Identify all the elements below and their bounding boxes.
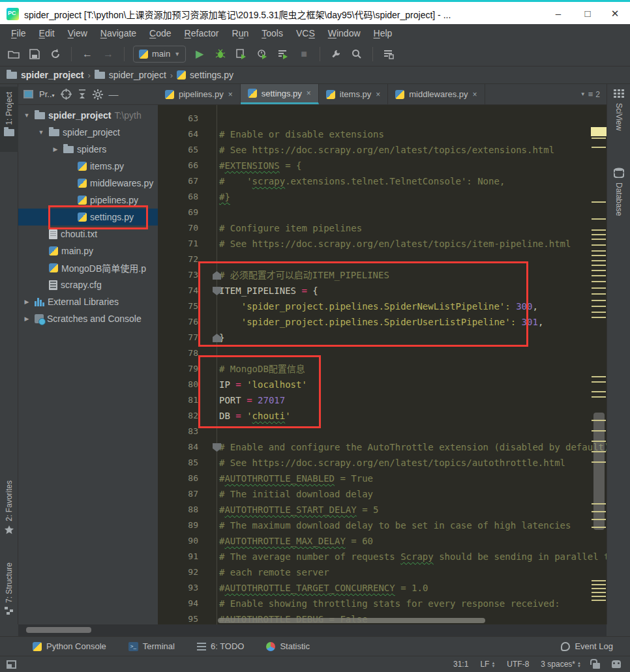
run-with-coverage-button[interactable]: [234, 47, 248, 61]
panel-horizontal-scrollbar[interactable]: [26, 627, 91, 633]
run-button[interactable]: ▶: [192, 47, 207, 61]
tree-item-middlewares.py[interactable]: middlewares.py: [18, 175, 158, 192]
horizontal-scrollbar[interactable]: [218, 618, 485, 623]
menu-item-tools[interactable]: Tools: [256, 26, 289, 40]
close-tab-icon[interactable]: ×: [307, 89, 311, 98]
close-button[interactable]: ✕: [605, 6, 625, 22]
tree-item-spider_project[interactable]: ▼spider_projectT:\pyth: [18, 107, 158, 124]
run-configuration-select[interactable]: main ▼: [133, 46, 186, 63]
search-everywhere-icon[interactable]: [350, 47, 364, 61]
close-tab-icon[interactable]: ×: [473, 90, 477, 99]
forward-icon[interactable]: →: [101, 47, 115, 61]
close-tab-icon[interactable]: ×: [228, 90, 233, 99]
code-line-91[interactable]: 91# The average number of requests Scrap…: [158, 549, 607, 564]
debug-button[interactable]: [213, 47, 228, 61]
menu-item-window[interactable]: Window: [322, 26, 367, 40]
tool-window-button-sciview[interactable]: SciView: [607, 89, 630, 161]
menu-item-refactor[interactable]: Refactor: [179, 26, 225, 40]
code-line-67[interactable]: 67# 'scrapy.extensions.telnet.TelnetCons…: [158, 173, 607, 189]
menu-item-code[interactable]: Code: [143, 26, 177, 40]
tree-item-MongoDB-.p[interactable]: MongoDB简单使用.p: [18, 259, 158, 276]
tree-item-External-Libraries[interactable]: ▶External Libraries: [18, 293, 158, 310]
hidden-tabs-dropdown[interactable]: ▼ ≡ 2: [580, 84, 607, 104]
tool-window-button-project[interactable]: 1: Project: [0, 87, 18, 152]
sync-icon[interactable]: [48, 47, 63, 61]
code-line-84[interactable]: 84# Enable and configure the AutoThrottl…: [158, 439, 607, 455]
menu-item-vcs[interactable]: VCS: [290, 26, 321, 40]
code-line-88[interactable]: 88#AUTOTHROTTLE_START_DELAY = 5: [158, 502, 607, 518]
tool-window-button-terminal[interactable]: >_ Terminal: [128, 641, 175, 651]
tree-item-spiders[interactable]: ▶spiders: [18, 141, 158, 158]
back-icon[interactable]: ←: [80, 47, 95, 61]
maximize-button[interactable]: □: [578, 6, 597, 22]
editor-tab-items.py[interactable]: items.py×: [319, 84, 388, 104]
menu-item-help[interactable]: Help: [368, 26, 398, 40]
save-all-icon[interactable]: [27, 47, 42, 61]
tool-window-layout-icon[interactable]: [382, 47, 396, 61]
tool-window-toggle-icon[interactable]: [7, 660, 16, 669]
tree-expand-arrow[interactable]: ▼: [37, 129, 46, 136]
close-tab-icon[interactable]: ×: [376, 90, 380, 99]
code-line-87[interactable]: 87# The initial download delay: [158, 486, 607, 502]
code-line-68[interactable]: 68#}: [158, 189, 607, 205]
tree-expand-arrow[interactable]: ▶: [22, 315, 31, 322]
editor-tab-pipelines.py[interactable]: pipelines.py×: [158, 84, 241, 104]
tool-window-button-python-console[interactable]: Python Console: [33, 641, 106, 651]
editor-tab-settings.py[interactable]: settings.py×: [241, 84, 319, 104]
tree-item-spider_project[interactable]: ▼spider_project: [18, 124, 158, 141]
stop-button[interactable]: ■: [297, 47, 311, 61]
line-separator-select[interactable]: LF▲▼: [480, 660, 495, 669]
open-folder-icon[interactable]: [7, 47, 21, 61]
collapse-all-icon[interactable]: [78, 89, 87, 99]
menu-item-run[interactable]: Run: [226, 26, 255, 40]
tree-expand-arrow[interactable]: ▶: [51, 146, 60, 153]
inspections-hector-icon[interactable]: [612, 660, 621, 668]
project-view-select[interactable]: Pr..▾: [39, 89, 55, 99]
code-line-92[interactable]: 92# each remote server: [158, 564, 607, 580]
code-line-69[interactable]: 69: [158, 205, 607, 220]
menu-item-view[interactable]: View: [62, 26, 93, 40]
tree-expand-arrow[interactable]: ▶: [22, 299, 31, 305]
tool-window-button-database[interactable]: Database: [607, 168, 630, 239]
code-line-71[interactable]: 71# See https://doc.scrapy.org/en/latest…: [158, 236, 607, 252]
tool-window-button-event-log[interactable]: Event Log: [561, 641, 630, 651]
hide-panel-icon[interactable]: —: [109, 89, 119, 100]
code-line-70[interactable]: 70# Configure item pipelines: [158, 220, 607, 236]
code-line-85[interactable]: 85# See https://doc.scrapy.org/en/latest…: [158, 455, 607, 471]
editor-tab-middlewares.py[interactable]: middlewares.py×: [388, 84, 485, 104]
concurrency-diagram-button[interactable]: [276, 47, 290, 61]
code-line-89[interactable]: 89# The maximum download delay to be set…: [158, 518, 607, 533]
encoding-select[interactable]: UTF-8: [507, 660, 529, 669]
menu-item-edit[interactable]: Edit: [33, 26, 61, 40]
tool-window-button-structure[interactable]: 7: Structure: [0, 557, 18, 625]
tree-item-main.py[interactable]: main.py: [18, 242, 158, 259]
profiler-button[interactable]: [255, 47, 269, 61]
indent-select[interactable]: 3 spaces*▲▼: [541, 660, 581, 669]
breadcrumb-item[interactable]: spider_project: [7, 70, 83, 80]
wrench-icon[interactable]: [329, 47, 343, 61]
tool-window-button-statistic[interactable]: Statistic: [266, 641, 310, 651]
code-line-63[interactable]: 63: [158, 111, 607, 126]
code-line-90[interactable]: 90#AUTOTHROTTLE_MAX_DELAY = 60: [158, 533, 607, 549]
code-line-66[interactable]: 66#EXTENSIONS = {: [158, 158, 607, 173]
tree-item-items.py[interactable]: items.py: [18, 158, 158, 175]
minimize-button[interactable]: –: [548, 6, 568, 22]
code-line-94[interactable]: 94# Enable showing throttling stats for …: [158, 596, 607, 611]
code-line-86[interactable]: 86#AUTOTHROTTLE_ENABLED = True: [158, 471, 607, 486]
menu-item-file[interactable]: File: [5, 26, 32, 40]
lock-icon[interactable]: [593, 663, 600, 669]
menu-item-navigate[interactable]: Navigate: [95, 26, 142, 40]
tree-expand-arrow[interactable]: ▼: [22, 112, 31, 119]
tool-window-button-favorites[interactable]: 2: Favorites: [0, 475, 18, 543]
tool-window-button-todo[interactable]: 6: TODO: [197, 641, 245, 651]
breadcrumb-item[interactable]: settings.py: [177, 70, 233, 80]
code-line-64[interactable]: 64# Enable or disable extensions: [158, 126, 607, 142]
code-line-65[interactable]: 65# See https://doc.scrapy.org/en/latest…: [158, 142, 607, 158]
locate-icon[interactable]: [61, 89, 72, 100]
gear-icon[interactable]: [93, 89, 103, 100]
overview-ruler[interactable]: [590, 126, 607, 624]
code-line-93[interactable]: 93#AUTOTHROTTLE_TARGET_CONCURRENCY = 1.0: [158, 580, 607, 596]
breadcrumb-item[interactable]: spider_project: [95, 70, 166, 80]
tree-item-Scratches-and-Console[interactable]: ▶Scratches and Console: [18, 310, 158, 327]
tree-item-scrapy.cfg[interactable]: scrapy.cfg: [18, 276, 158, 293]
